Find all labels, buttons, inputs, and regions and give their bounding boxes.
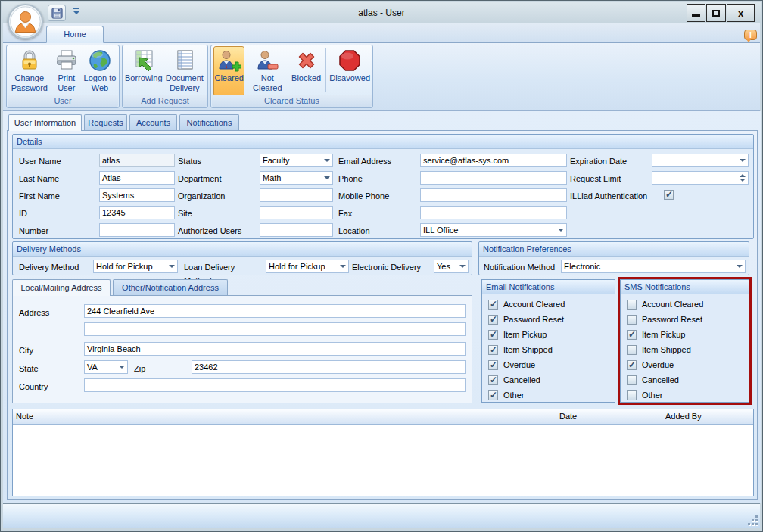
tab-requests[interactable]: Requests: [84, 114, 127, 130]
close-button[interactable]: x: [727, 4, 755, 22]
client-area: User Information Requests Accounts Notif…: [3, 111, 761, 503]
details-group-header: Details: [13, 135, 753, 149]
resize-grip[interactable]: [747, 515, 758, 525]
email-address-field[interactable]: service@atlas-sys.com: [420, 154, 567, 167]
first-name-field[interactable]: Systems: [99, 188, 175, 202]
column-header-date[interactable]: Date: [556, 409, 662, 424]
email-password-reset-checkbox[interactable]: [488, 315, 498, 325]
sms-other-checkbox[interactable]: [627, 390, 637, 400]
tab-local-mailing-address[interactable]: Local/Mailing Address: [12, 279, 111, 296]
column-header-note[interactable]: Note: [13, 409, 556, 424]
user-name-field[interactable]: atlas: [99, 154, 175, 167]
save-button[interactable]: [48, 5, 66, 21]
dropdown-arrow-icon: [556, 224, 566, 236]
person-minus-icon: [255, 48, 279, 73]
tab-home[interactable]: Home: [46, 26, 104, 43]
city-field[interactable]: Virginia Beach: [84, 342, 466, 356]
fax-label: Fax: [338, 207, 417, 220]
document-delivery-button[interactable]: Document Delivery: [164, 46, 205, 96]
user-name-label: User Name: [19, 154, 95, 168]
dropdown-arrow-icon: [734, 260, 745, 272]
print-user-button[interactable]: Print User: [51, 46, 82, 96]
change-password-button[interactable]: Change Password: [9, 46, 50, 96]
mobile-phone-field[interactable]: [420, 188, 567, 202]
delivery-methods-header: Delivery Methods: [13, 242, 472, 257]
electronic-delivery-combo[interactable]: Yes: [434, 260, 469, 273]
checkbox-label: Item Pickup: [642, 330, 685, 339]
expiration-date-label: Expiration Date: [570, 154, 658, 168]
logon-to-web-button[interactable]: Logon to Web: [83, 46, 117, 96]
status-combo[interactable]: Faculty: [260, 154, 333, 167]
location-combo[interactable]: ILL Office: [420, 223, 567, 237]
blocked-button[interactable]: Blocked: [290, 46, 322, 96]
phone-label: Phone: [338, 172, 417, 185]
organization-field[interactable]: [260, 188, 333, 202]
tab-notifications[interactable]: Notifications: [179, 114, 239, 130]
disavowed-button[interactable]: Disavowed: [329, 46, 370, 96]
sms-item-shipped-checkbox[interactable]: [627, 345, 637, 355]
cleared-button[interactable]: Cleared: [213, 46, 244, 96]
request-limit-spinner[interactable]: [652, 171, 749, 185]
email-overdue-checkbox[interactable]: [488, 360, 498, 370]
email-cancelled-checkbox[interactable]: [488, 375, 498, 385]
sms-item-pickup-checkbox[interactable]: [627, 330, 637, 340]
id-label: ID: [19, 207, 95, 220]
state-combo[interactable]: VA: [84, 360, 128, 374]
fax-field[interactable]: [420, 206, 567, 219]
expiration-date-combo[interactable]: [652, 154, 749, 167]
delivery-method-combo[interactable]: Hold for Pickup: [93, 260, 178, 273]
country-field[interactable]: [84, 378, 466, 392]
minimize-button[interactable]: [687, 4, 705, 22]
authorized-users-field[interactable]: [260, 223, 333, 237]
dropdown-arrow-icon: [322, 154, 332, 166]
status-bar: [3, 503, 760, 528]
id-field[interactable]: 12345: [99, 206, 175, 219]
not-cleared-button[interactable]: Not Cleared: [246, 46, 288, 96]
last-name-field[interactable]: Atlas: [99, 171, 175, 185]
ribbon-group-add-request: Borrowing Document Delivery Add Request: [122, 45, 208, 108]
maximize-button[interactable]: [706, 4, 726, 22]
sms-account-cleared-checkbox[interactable]: [627, 300, 637, 310]
close-icon: x: [738, 8, 743, 19]
email-other-checkbox[interactable]: [488, 390, 498, 400]
number-field[interactable]: [99, 223, 175, 237]
tab-accounts[interactable]: Accounts: [129, 114, 177, 130]
tab-other-notification-address[interactable]: Other/Notification Address: [113, 279, 228, 295]
help-icon[interactable]: i: [744, 30, 757, 40]
ribbon-separator: [325, 48, 326, 92]
email-account-cleared-checkbox[interactable]: [488, 300, 498, 310]
checkbox-label: Overdue: [503, 360, 535, 369]
app-menu-button[interactable]: [8, 4, 43, 39]
location-label: Location: [338, 224, 417, 238]
zip-field[interactable]: 23462: [192, 360, 466, 374]
address-line2-field[interactable]: [84, 322, 466, 336]
borrowing-button[interactable]: Borrowing: [125, 46, 163, 96]
sms-overdue-checkbox[interactable]: [627, 360, 637, 370]
phone-field[interactable]: [420, 171, 567, 185]
column-header-added-by[interactable]: Added By: [662, 409, 753, 424]
email-item-shipped-checkbox[interactable]: [488, 345, 498, 355]
delivery-methods-group: Delivery Methods Delivery Method Hold fo…: [12, 241, 472, 275]
checkbox-label: Other: [503, 390, 525, 400]
sms-password-reset-checkbox[interactable]: [627, 315, 637, 325]
address-line1-field[interactable]: 244 Clearfield Ave: [84, 304, 466, 318]
notification-preferences-header: Notification Preferences: [479, 242, 749, 257]
sms-cancelled-checkbox[interactable]: [627, 375, 637, 385]
number-label: Number: [19, 224, 95, 238]
email-item-pickup-checkbox[interactable]: [488, 330, 498, 340]
notes-table-body[interactable]: [13, 425, 753, 496]
notification-method-combo[interactable]: Electronic: [561, 260, 746, 273]
checkbox-label: Cancelled: [503, 375, 540, 384]
illiad-authentication-label: ILLiad Authentication: [570, 189, 658, 203]
illiad-authentication-checkbox[interactable]: [664, 190, 674, 200]
site-field[interactable]: [260, 206, 333, 219]
document-delivery-icon: [173, 48, 197, 73]
qat-dropdown-button[interactable]: [72, 8, 81, 17]
department-combo[interactable]: Math: [260, 171, 333, 185]
minimize-icon: [692, 14, 700, 17]
tab-user-information[interactable]: User Information: [8, 114, 82, 131]
qat-dropdown-icon: [73, 8, 79, 9]
sms-highlight-border: SMS Notifications Account Cleared Passwo…: [618, 277, 752, 405]
loan-delivery-method-combo[interactable]: Hold for Pickup: [266, 260, 349, 273]
checkbox-label: Overdue: [642, 360, 674, 369]
